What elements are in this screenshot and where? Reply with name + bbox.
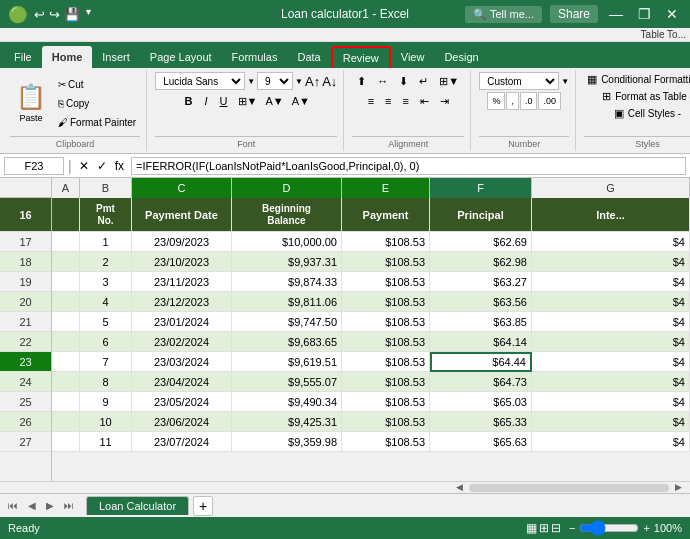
cell-c26[interactable]: 23/06/2024 [132, 412, 232, 432]
cell-d20[interactable]: $9,811.06 [232, 292, 342, 312]
col-header-e[interactable]: E [342, 178, 430, 198]
tab-insert[interactable]: Insert [92, 46, 140, 68]
cell-e22[interactable]: $108.53 [342, 332, 430, 352]
cell-e21[interactable]: $108.53 [342, 312, 430, 332]
col-header-b[interactable]: B [80, 178, 132, 198]
cell-f19[interactable]: $63.27 [430, 272, 532, 292]
cell-g26[interactable]: $4 [532, 412, 690, 432]
confirm-formula-icon[interactable]: ✓ [94, 158, 110, 174]
font-size-dropdown-icon[interactable]: ▼ [295, 77, 303, 86]
save-icon[interactable]: 💾 [64, 7, 80, 22]
font-name-select[interactable]: Lucida Sans [155, 72, 245, 90]
add-sheet-button[interactable]: + [193, 496, 213, 516]
comma-button[interactable]: , [506, 92, 519, 110]
col-header-c[interactable]: C [132, 178, 232, 198]
row-num-26[interactable]: 26 [0, 412, 51, 432]
cell-b26[interactable]: 10 [80, 412, 132, 432]
cell-c24[interactable]: 23/04/2024 [132, 372, 232, 392]
cell-b18[interactable]: 2 [80, 252, 132, 272]
insert-function-icon[interactable]: fx [112, 158, 127, 174]
dropdown-icon[interactable]: ▼ [84, 7, 93, 22]
merge-center-button[interactable]: ⊞▼ [434, 72, 464, 90]
align-center-button[interactable]: ≡ [380, 92, 396, 110]
next-sheet-icon[interactable]: ▶ [42, 498, 58, 513]
maximize-button[interactable]: ❐ [634, 4, 654, 24]
decrease-font-icon[interactable]: A↓ [322, 74, 337, 89]
row-num-17[interactable]: 17 [0, 232, 51, 252]
wrap-text-button[interactable]: ↵ [414, 72, 433, 90]
name-box[interactable] [4, 157, 64, 175]
increase-indent-button[interactable]: ⇥ [435, 92, 454, 110]
cell-f16[interactable]: Principal [430, 198, 532, 232]
cell-b23[interactable]: 7 [80, 352, 132, 372]
cell-e26[interactable]: $108.53 [342, 412, 430, 432]
cell-d19[interactable]: $9,874.33 [232, 272, 342, 292]
col-header-g[interactable]: G [532, 178, 690, 198]
close-button[interactable]: ✕ [662, 4, 682, 24]
cell-a17[interactable] [52, 232, 80, 252]
row-num-24[interactable]: 24 [0, 372, 51, 392]
cell-e23[interactable]: $108.53 [342, 352, 430, 372]
cell-g24[interactable]: $4 [532, 372, 690, 392]
cell-g19[interactable]: $4 [532, 272, 690, 292]
tab-review[interactable]: Review [331, 46, 391, 68]
formula-input[interactable] [131, 157, 686, 175]
cell-c27[interactable]: 23/07/2024 [132, 432, 232, 452]
cell-a26[interactable] [52, 412, 80, 432]
cell-c20[interactable]: 23/12/2023 [132, 292, 232, 312]
normal-view-icon[interactable]: ▦ [526, 521, 537, 535]
page-break-view-icon[interactable]: ⊟ [551, 521, 561, 535]
percent-button[interactable]: % [487, 92, 505, 110]
horizontal-scrollbar[interactable]: ◀ ▶ [0, 481, 690, 493]
number-format-select[interactable]: Custom [479, 72, 559, 90]
cell-f22[interactable]: $64.14 [430, 332, 532, 352]
cell-f26[interactable]: $65.33 [430, 412, 532, 432]
border-button[interactable]: ⊞▼ [235, 94, 261, 109]
decrease-decimal-button[interactable]: .00 [538, 92, 561, 110]
row-num-16[interactable]: 16 [0, 198, 51, 232]
cell-d26[interactable]: $9,425.31 [232, 412, 342, 432]
tab-file[interactable]: File [4, 46, 42, 68]
cell-e24[interactable]: $108.53 [342, 372, 430, 392]
cell-g16[interactable]: Inte... [532, 198, 690, 232]
cell-b27[interactable]: 11 [80, 432, 132, 452]
sheet-tab-loan-calculator[interactable]: Loan Calculator [86, 496, 189, 515]
redo-icon[interactable]: ↪ [49, 7, 60, 22]
cell-d16[interactable]: BeginningBalance [232, 198, 342, 232]
cell-d25[interactable]: $9,490.34 [232, 392, 342, 412]
cell-c17[interactable]: 23/09/2023 [132, 232, 232, 252]
cell-e18[interactable]: $108.53 [342, 252, 430, 272]
cell-e19[interactable]: $108.53 [342, 272, 430, 292]
cell-b19[interactable]: 3 [80, 272, 132, 292]
cell-d21[interactable]: $9,747.50 [232, 312, 342, 332]
cell-c16[interactable]: Payment Date [132, 198, 232, 232]
align-top-button[interactable]: ⬆ [352, 72, 371, 90]
cell-e27[interactable]: $108.53 [342, 432, 430, 452]
tab-view[interactable]: View [391, 46, 435, 68]
cell-d24[interactable]: $9,555.07 [232, 372, 342, 392]
row-num-22[interactable]: 22 [0, 332, 51, 352]
tab-data[interactable]: Data [287, 46, 330, 68]
tell-me-box[interactable]: 🔍 Tell me... [465, 6, 542, 23]
row-num-27[interactable]: 27 [0, 432, 51, 452]
paste-button[interactable]: 📋 Paste [10, 73, 52, 133]
cell-f18[interactable]: $62.98 [430, 252, 532, 272]
align-bottom-button[interactable]: ⬇ [394, 72, 413, 90]
conditional-formatting-button[interactable]: ▦ Conditional Formatting - [584, 72, 690, 87]
cell-a16[interactable] [52, 198, 80, 232]
cell-e25[interactable]: $108.53 [342, 392, 430, 412]
cell-g21[interactable]: $4 [532, 312, 690, 332]
cell-g27[interactable]: $4 [532, 432, 690, 452]
cell-g25[interactable]: $4 [532, 392, 690, 412]
first-sheet-icon[interactable]: ⏮ [4, 498, 22, 513]
cell-a23[interactable] [52, 352, 80, 372]
cell-f17[interactable]: $62.69 [430, 232, 532, 252]
cell-g18[interactable]: $4 [532, 252, 690, 272]
cell-c23[interactable]: 23/03/2024 [132, 352, 232, 372]
italic-button[interactable]: I [200, 92, 213, 110]
zoom-in-icon[interactable]: + [643, 522, 649, 534]
cell-b21[interactable]: 5 [80, 312, 132, 332]
scroll-thumb[interactable] [469, 484, 669, 492]
increase-decimal-button[interactable]: .0 [520, 92, 538, 110]
underline-button[interactable]: U [215, 92, 233, 110]
